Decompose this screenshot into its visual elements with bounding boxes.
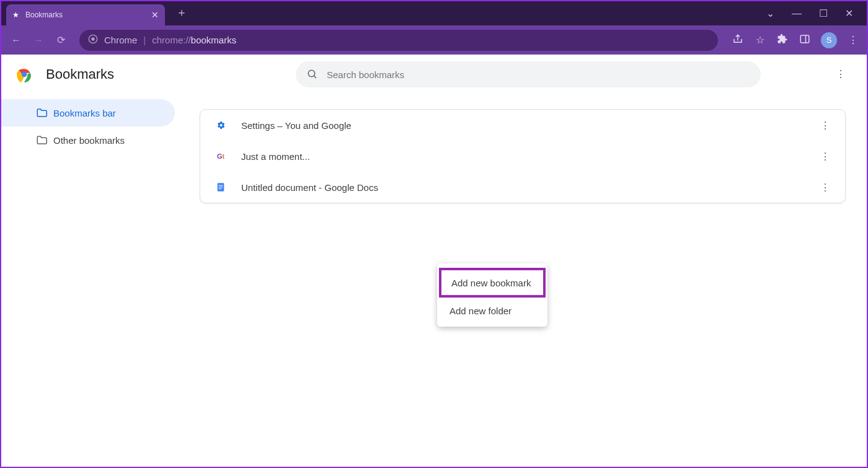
extensions-icon[interactable] — [776, 33, 789, 47]
close-window-icon[interactable]: ✕ — [845, 7, 853, 19]
svg-rect-11 — [219, 187, 223, 187]
bookmark-row[interactable]: Gt Just a moment... ⋮ — [200, 141, 845, 172]
minimize-icon[interactable]: — — [792, 8, 802, 19]
address-bar[interactable]: Chrome | chrome://bookmarks — [79, 30, 718, 51]
folder-icon — [36, 135, 47, 146]
avatar-letter: S — [826, 35, 832, 45]
bookmark-row[interactable]: Untitled document - Google Docs ⋮ — [200, 172, 845, 203]
gear-icon — [215, 120, 226, 131]
page-body: Bookmarks bar Other bookmarks Settings –… — [1, 94, 867, 467]
addressbar-scheme: chrome:// — [152, 35, 191, 45]
context-item-label: Add new bookmark — [451, 278, 531, 288]
sidebar: Bookmarks bar Other bookmarks — [1, 94, 187, 467]
search-box[interactable] — [296, 61, 761, 87]
bookmark-row[interactable]: Settings – You and Google ⋮ — [200, 110, 845, 141]
search-input[interactable] — [327, 69, 750, 80]
chrome-logo-icon — [16, 66, 32, 82]
svg-rect-10 — [219, 185, 223, 186]
sidebar-item-other-bookmarks[interactable]: Other bookmarks — [1, 126, 187, 154]
more-icon[interactable]: ⋮ — [820, 151, 830, 162]
search-icon — [307, 69, 318, 80]
bookmark-star-icon[interactable]: ☆ — [754, 34, 766, 46]
toolbar-right: ☆ S ⋮ — [732, 32, 859, 48]
chrome-menu-icon[interactable]: ⋮ — [847, 34, 859, 46]
svg-point-1 — [91, 37, 94, 40]
window-controls: ⌄ — ☐ ✕ — [766, 1, 867, 25]
folder-icon — [36, 107, 47, 118]
bookmark-list: Settings – You and Google ⋮ Gt Just a mo… — [200, 109, 846, 203]
browser-tab[interactable]: ★ Bookmarks ✕ — [6, 4, 165, 25]
addressbar-app-label: Chrome — [104, 35, 137, 45]
close-tab-icon[interactable]: ✕ — [151, 10, 159, 20]
sidepanel-icon[interactable] — [799, 33, 811, 47]
bookmark-title: Just a moment... — [241, 151, 310, 162]
context-item-label: Add new folder — [450, 306, 512, 316]
svg-line-8 — [314, 76, 316, 78]
sidebar-item-label: Other bookmarks — [53, 135, 125, 146]
maximize-icon[interactable]: ☐ — [819, 7, 828, 19]
bookmark-title: Untitled document - Google Docs — [241, 182, 378, 193]
titlebar: ★ Bookmarks ✕ ＋ ⌄ — ☐ ✕ — [1, 1, 867, 25]
star-icon: ★ — [12, 11, 19, 19]
more-icon[interactable]: ⋮ — [820, 120, 830, 131]
site-info-icon[interactable] — [88, 34, 98, 46]
svg-rect-2 — [800, 35, 809, 43]
svg-point-7 — [308, 70, 315, 77]
docs-icon — [215, 182, 226, 193]
page-title: Bookmarks — [46, 66, 114, 82]
context-item-add-folder[interactable]: Add new folder — [437, 298, 547, 323]
tab-title: Bookmarks — [25, 11, 63, 19]
page-menu-button[interactable]: ⋮ — [836, 68, 846, 80]
chevron-down-icon[interactable]: ⌄ — [766, 7, 774, 19]
more-icon[interactable]: ⋮ — [820, 182, 830, 193]
context-menu: Add new bookmark Add new folder — [437, 263, 547, 327]
share-icon[interactable] — [732, 33, 744, 47]
svg-rect-12 — [219, 188, 222, 189]
context-item-add-bookmark[interactable]: Add new bookmark — [439, 268, 546, 298]
sidebar-item-bookmarks-bar[interactable]: Bookmarks bar — [1, 99, 175, 126]
reload-button[interactable]: ⟳ — [53, 34, 68, 46]
sidebar-item-label: Bookmarks bar — [53, 108, 116, 118]
new-tab-button[interactable]: ＋ — [176, 5, 187, 20]
toolbar: ← → ⟳ Chrome | chrome://bookmarks ☆ S ⋮ — [1, 25, 867, 55]
bookmark-title: Settings – You and Google — [241, 120, 352, 131]
forward-button[interactable]: → — [31, 35, 46, 46]
addressbar-separator: | — [143, 35, 146, 45]
back-button[interactable]: ← — [9, 35, 24, 46]
site-favicon: Gt — [215, 151, 226, 162]
addressbar-path: bookmarks — [191, 35, 236, 45]
profile-avatar[interactable]: S — [821, 32, 837, 48]
